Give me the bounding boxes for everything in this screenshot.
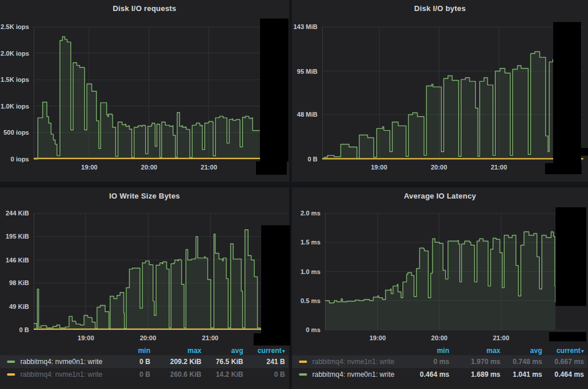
panel-disk-io-requests: Disk I/O requests 0 iops500 iops1.0K iop… xyxy=(0,0,289,182)
y-axis-tick-label: 195 KiB xyxy=(6,233,29,240)
legend-value-min: 0.464 ms xyxy=(411,370,449,379)
redaction-box xyxy=(549,332,586,341)
legend-column-label: max xyxy=(187,347,201,355)
series-area-fill xyxy=(322,52,553,159)
legend-header-row: minmaxavgcurrent▾ xyxy=(292,346,587,355)
y-axis-tick-label: 500 iops xyxy=(3,129,29,136)
redaction-box xyxy=(545,163,582,174)
x-axis-tick-label: 19:00 xyxy=(369,334,385,341)
average-io-latency-chart[interactable]: 0 ms0.5 ms1.0 ms1.5 ms2.0 ms19:0020:0021… xyxy=(292,188,588,345)
legend-value-max: 1.970 ms xyxy=(449,358,500,366)
redaction-box xyxy=(581,148,588,156)
x-axis-tick-label: 21:00 xyxy=(202,334,218,341)
io-write-size-bytes-chart[interactable]: 0 B49 KiB98 KiB146 KiB195 KiB244 KiB19:0… xyxy=(0,188,289,345)
y-axis-tick-label: 0.5 ms xyxy=(301,297,320,304)
series-area-fill xyxy=(34,37,260,159)
y-axis-tick-label: 146 KiB xyxy=(6,257,29,264)
legend-column-label: avg xyxy=(530,347,542,355)
series-name: rabbitmq4: nvme0n1: write xyxy=(312,370,411,379)
disk-io-bytes-chart[interactable]: 0 B48 MiB95 MiB143 MiB19:0020:0021:00 xyxy=(292,0,588,177)
sort-caret-icon: ▾ xyxy=(282,348,285,354)
x-axis-tick-label: 21:00 xyxy=(201,164,217,171)
series-name: rabbitmq4: nvme0n1: write xyxy=(20,358,112,366)
legend-value-max: 209.2 KiB xyxy=(150,358,201,366)
x-axis-tick-label: 19:00 xyxy=(78,334,94,341)
legend-sort-avg[interactable]: avg xyxy=(201,347,243,355)
series-name: rabbitmq4: nvme1n1: write xyxy=(312,358,411,366)
legend-value-current: 0.464 ms xyxy=(542,370,584,379)
y-axis-tick-label: 143 MiB xyxy=(293,23,318,30)
y-axis-tick-label: 48 MiB xyxy=(297,111,318,118)
series-color-icon[interactable] xyxy=(7,361,15,363)
x-axis-tick-label: 19:00 xyxy=(81,164,98,171)
grafana-dashboard: Disk I/O requests 0 iops500 iops1.0K iop… xyxy=(0,0,588,389)
y-axis-tick-label: 98 KiB xyxy=(9,279,29,286)
x-axis-tick-label: 21:00 xyxy=(493,334,509,341)
legend-sort-max[interactable]: max xyxy=(150,347,201,355)
redaction-box xyxy=(256,161,287,175)
legend-row[interactable]: rabbitmq4: nvme1n1: write0 B260.6 KiB14.… xyxy=(0,368,288,381)
legend-header-row: minmaxavgcurrent▾ xyxy=(0,346,288,355)
y-axis-tick-label: 0 ms xyxy=(306,326,320,333)
redaction-box xyxy=(555,207,586,306)
y-axis-tick-label: 49 KiB xyxy=(9,303,29,310)
legend-column-label: current xyxy=(258,347,282,355)
legend: minmaxavgcurrent▾rabbitmq4: nvme0n1: wri… xyxy=(0,346,288,381)
legend-value-min: 0 ms xyxy=(411,358,449,366)
legend-value-avg: 76.5 KiB xyxy=(201,358,243,366)
legend-row[interactable]: rabbitmq4: nvme1n1: write0 ms1.970 ms0.7… xyxy=(292,355,587,368)
legend: minmaxavgcurrent▾rabbitmq4: nvme1n1: wri… xyxy=(292,346,587,381)
legend-value-min: 0 B xyxy=(112,358,150,366)
legend-sort-max[interactable]: max xyxy=(449,347,500,355)
legend-sort-current[interactable]: current▾ xyxy=(243,347,285,355)
redaction-box xyxy=(254,333,290,345)
y-axis-tick-label: 1.0 ms xyxy=(301,268,320,275)
y-axis-tick-label: 0 B xyxy=(19,326,29,333)
legend-row[interactable]: rabbitmq4: nvme0n1: write0 B209.2 KiB76.… xyxy=(0,355,288,368)
legend-column-label: max xyxy=(486,347,500,355)
x-axis-tick-label: 20:00 xyxy=(141,164,157,171)
y-axis-tick-label: 1.5 ms xyxy=(301,239,320,246)
x-axis-tick-label: 19:00 xyxy=(371,164,387,171)
series-color-icon[interactable] xyxy=(7,373,15,376)
y-axis-tick-label: 95 MiB xyxy=(297,68,318,75)
y-axis-tick-label: 2.0K iops xyxy=(1,50,29,57)
panel-disk-io-bytes: Disk I/O bytes 0 B48 MiB95 MiB143 MiB19:… xyxy=(292,0,588,182)
y-axis-tick-label: 244 KiB xyxy=(6,210,29,217)
legend-column-label: min xyxy=(437,347,449,355)
legend-value-min: 0 B xyxy=(112,370,150,379)
series-name: rabbitmq4: nvme1n1: write xyxy=(20,370,112,379)
x-axis-tick-label: 20:00 xyxy=(431,164,447,171)
redaction-box xyxy=(553,22,581,174)
y-axis-tick-label: 1.5K iops xyxy=(1,76,29,83)
series-color-icon[interactable] xyxy=(299,361,307,363)
x-axis-tick-label: 20:00 xyxy=(431,334,448,341)
legend-value-max: 1.689 ms xyxy=(449,370,500,379)
legend-row[interactable]: rabbitmq4: nvme0n1: write0.464 ms1.689 m… xyxy=(292,368,587,381)
redaction-box xyxy=(261,225,290,334)
y-axis-tick-label: 2.5K iops xyxy=(1,23,29,30)
y-axis-tick-label: 0 iops xyxy=(10,156,29,163)
sort-caret-icon: ▾ xyxy=(581,348,584,354)
series-area-fill xyxy=(34,230,261,330)
legend-value-current: 0 B xyxy=(243,370,285,379)
legend-sort-min[interactable]: min xyxy=(112,347,150,355)
y-axis-tick-label: 2.0 ms xyxy=(301,210,320,217)
panel-average-io-latency: Average IO Latency 0 ms0.5 ms1.0 ms1.5 m… xyxy=(292,188,588,389)
legend-value-avg: 14.2 KiB xyxy=(201,370,243,379)
x-axis-tick-label: 20:00 xyxy=(140,334,156,341)
legend-sort-current[interactable]: current▾ xyxy=(542,347,584,355)
legend-column-label: avg xyxy=(231,347,243,355)
legend-column-label: current xyxy=(557,347,580,355)
legend-sort-min[interactable]: min xyxy=(411,347,449,355)
x-axis-tick-label: 21:00 xyxy=(490,164,507,171)
legend-value-current: 0.667 ms xyxy=(542,358,584,366)
disk-io-requests-chart[interactable]: 0 iops500 iops1.0K iops1.5K iops2.0K iop… xyxy=(0,0,289,177)
y-axis-tick-label: 0 B xyxy=(308,156,318,163)
legend-column-label: min xyxy=(138,347,150,355)
legend-sort-avg[interactable]: avg xyxy=(500,347,542,355)
legend-value-current: 241 B xyxy=(243,358,285,366)
legend-value-max: 260.6 KiB xyxy=(150,370,201,379)
y-axis-tick-label: 1.0K iops xyxy=(1,103,29,110)
series-color-icon[interactable] xyxy=(299,373,307,376)
